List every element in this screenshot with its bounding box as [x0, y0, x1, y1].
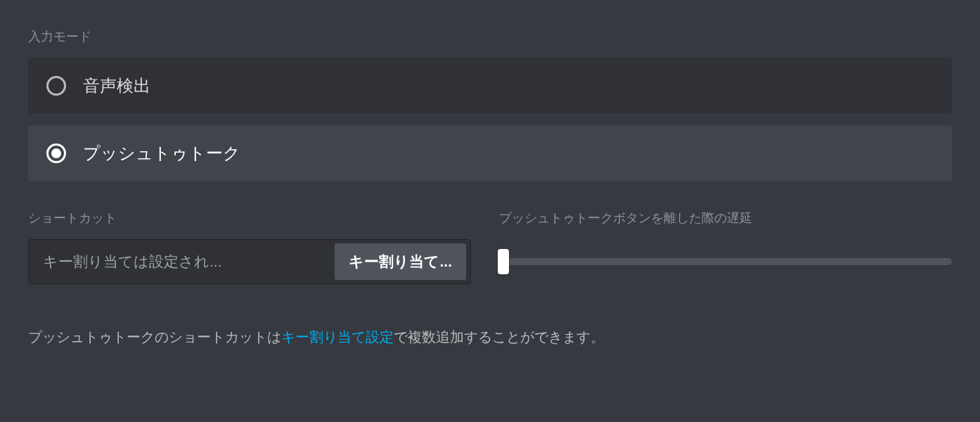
- shortcut-label: ショートカット: [28, 210, 471, 226]
- ptt-release-delay-slider[interactable]: [499, 239, 952, 284]
- radio-checked-icon: [46, 143, 66, 163]
- input-mode-label: 入力モード: [28, 28, 952, 45]
- edit-keybind-button[interactable]: キー割り当て...: [335, 243, 466, 280]
- slider-track: [499, 258, 952, 265]
- radio-unchecked-icon: [46, 76, 66, 96]
- shortcut-placeholder: キー割り当ては設定され...: [43, 252, 335, 271]
- radio-push-to-talk[interactable]: プッシュトゥトーク: [28, 125, 952, 181]
- radio-voice-activity-label: 音声検出: [83, 75, 150, 97]
- radio-push-to-talk-label: プッシュトゥトーク: [83, 142, 240, 165]
- footer-text-after: で複数追加することができます。: [394, 329, 605, 345]
- slider-thumb[interactable]: [498, 249, 509, 274]
- keybind-settings-link[interactable]: キー割り当て設定: [281, 329, 394, 345]
- shortcut-input-box[interactable]: キー割り当ては設定され... キー割り当て...: [28, 239, 471, 284]
- footer-help-text: プッシュトゥトークのショートカットはキー割り当て設定で複数追加することができます…: [28, 326, 952, 347]
- footer-text-before: プッシュトゥトークのショートカットは: [28, 329, 281, 345]
- radio-voice-activity[interactable]: 音声検出: [28, 58, 952, 114]
- delay-label: プッシュトゥトークボタンを離した際の遅延: [499, 210, 952, 226]
